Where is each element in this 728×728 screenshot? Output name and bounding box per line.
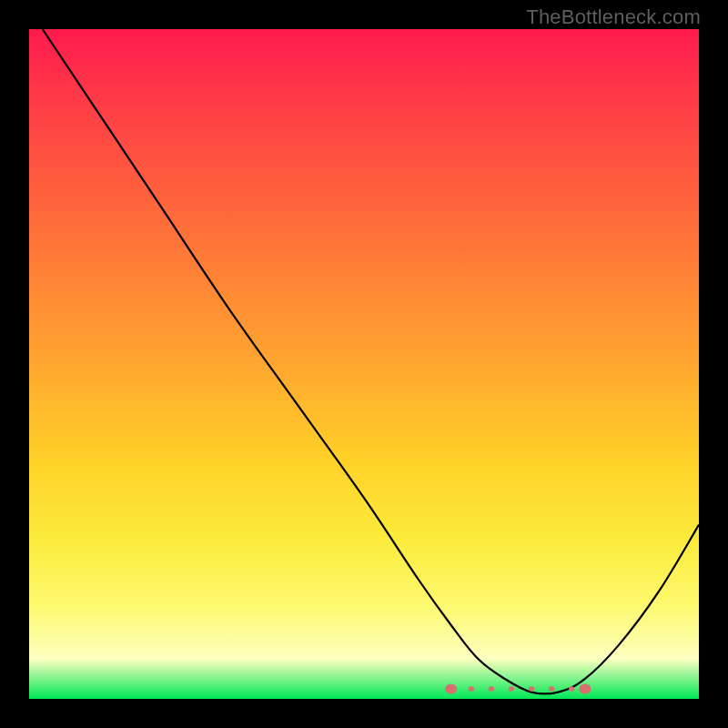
minimum-marker-group bbox=[445, 683, 591, 693]
minimum-marker bbox=[509, 686, 514, 691]
plot-area bbox=[29, 29, 699, 699]
chart-frame: TheBottleneck.com bbox=[0, 0, 728, 728]
minimum-marker bbox=[549, 686, 554, 691]
minimum-marker bbox=[489, 686, 494, 691]
minimum-marker bbox=[579, 683, 591, 693]
minimum-marker bbox=[469, 686, 474, 691]
minimum-marker bbox=[529, 686, 534, 691]
curve-svg bbox=[29, 29, 699, 699]
minimum-marker bbox=[569, 686, 574, 691]
bottleneck-curve-path bbox=[43, 29, 699, 694]
minimum-marker bbox=[445, 683, 457, 693]
watermark-text: TheBottleneck.com bbox=[526, 5, 701, 29]
